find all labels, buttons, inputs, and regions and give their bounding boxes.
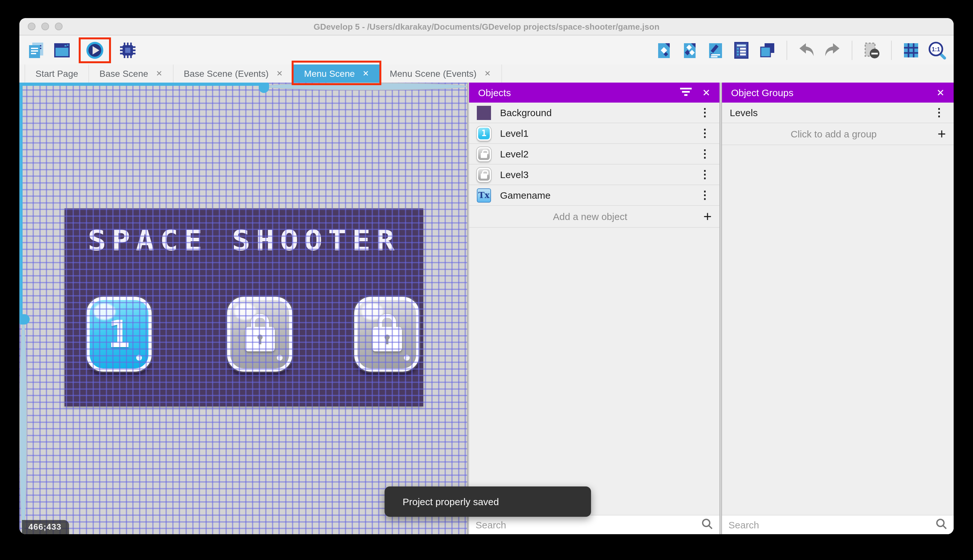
object-name: Level1 — [500, 128, 688, 139]
object-row-level3[interactable]: Level3 ⋮ — [469, 165, 720, 185]
add-object-icon[interactable] — [654, 40, 674, 60]
tab-base-scene-events[interactable]: Base Scene (Events) ✕ — [173, 65, 293, 83]
shine-dot — [136, 355, 142, 361]
close-tab-icon[interactable]: ✕ — [276, 69, 283, 78]
toolbar-separator — [786, 40, 787, 60]
tab-start-page[interactable]: Start Page — [25, 65, 89, 83]
toggle-grid-icon[interactable] — [901, 40, 921, 60]
tab-menu-scene[interactable]: Menu Scene ✕ — [294, 65, 379, 83]
undo-icon[interactable] — [796, 40, 817, 60]
layers-icon[interactable] — [757, 40, 778, 60]
toolbar-right-group: 1:1 — [654, 40, 947, 60]
objects-search-input[interactable] — [475, 519, 696, 530]
lock-icon — [372, 314, 402, 351]
shine-dot — [404, 355, 410, 361]
object-row-level2[interactable]: Level2 ⋮ — [469, 144, 720, 165]
background-object[interactable]: SPACE SHOOTER 1 — [65, 208, 423, 407]
object-groups-panel: Object Groups ✕ Levels ⋮ Click to add a … — [722, 83, 954, 534]
level1-object[interactable]: 1 — [87, 297, 152, 372]
thumbnail-digit: 1 — [478, 127, 490, 139]
toolbar-separator — [891, 40, 892, 60]
groups-panel-empty-area — [722, 145, 954, 515]
object-name: Level2 — [500, 148, 688, 159]
debug-icon[interactable] — [117, 40, 138, 60]
play-button-highlight-box — [79, 37, 111, 63]
close-tab-icon[interactable]: ✕ — [156, 69, 162, 78]
add-object-group-icon[interactable] — [680, 40, 700, 60]
clear-selection-icon[interactable] — [861, 40, 882, 60]
vertical-scroll-handle[interactable] — [19, 314, 30, 325]
toolbar-left-group — [26, 37, 138, 63]
groups-search-input[interactable] — [728, 519, 930, 530]
tab-label: Start Page — [35, 68, 78, 79]
mini-lock-icon — [481, 149, 487, 158]
objects-panel-header: Objects ✕ — [469, 83, 720, 103]
scene-title-text[interactable]: SPACE SHOOTER — [50, 224, 438, 257]
tab-menu-scene-events[interactable]: Menu Scene (Events) ✕ — [379, 65, 501, 83]
group-row-levels[interactable]: Levels ⋮ — [722, 103, 954, 123]
level2-object[interactable] — [227, 297, 292, 372]
close-tab-icon[interactable]: ✕ — [363, 69, 369, 78]
play-icon[interactable] — [85, 40, 105, 60]
add-object-row[interactable]: Add a new object + — [469, 206, 720, 228]
level3-object[interactable] — [354, 297, 420, 372]
plus-icon[interactable]: + — [703, 209, 712, 223]
main-content: SPACE SHOOTER 1 — [19, 83, 954, 534]
toolbar: 1:1 — [19, 35, 954, 65]
kebab-menu-icon[interactable]: ⋮ — [697, 107, 713, 118]
tab-label: Menu Scene — [304, 68, 355, 79]
level1-thumbnail: 1 — [477, 126, 491, 140]
object-row-background[interactable]: Background ⋮ — [469, 103, 720, 123]
background-thumbnail — [477, 105, 491, 120]
object-row-level1[interactable]: 1 Level1 ⋮ — [469, 123, 720, 144]
add-object-label: Add a new object — [477, 211, 703, 222]
tab-label: Base Scene (Events) — [183, 68, 268, 79]
group-name: Levels — [730, 107, 922, 118]
shine-dot — [277, 355, 283, 361]
project-manager-icon[interactable] — [26, 40, 47, 60]
tab-label: Menu Scene (Events) — [390, 68, 477, 79]
add-group-row[interactable]: Click to add a group + — [722, 123, 954, 145]
kebab-menu-icon[interactable]: ⋮ — [697, 128, 713, 139]
horizontal-scrollbar[interactable] — [19, 83, 467, 86]
kebab-menu-icon[interactable]: ⋮ — [697, 169, 713, 180]
mini-lock-icon — [481, 170, 487, 178]
tab-base-scene[interactable]: Base Scene ✕ — [89, 65, 173, 83]
toast-message: Project properly saved — [403, 496, 499, 507]
cursor-coordinates: 466;433 — [22, 520, 69, 534]
vertical-scrollbar[interactable] — [19, 83, 23, 534]
object-name: Background — [500, 107, 688, 118]
text-object-thumbnail: Tx — [477, 188, 491, 202]
scene-canvas[interactable]: SPACE SHOOTER 1 — [19, 83, 467, 534]
toolbar-separator — [852, 40, 852, 60]
filter-icon[interactable] — [680, 87, 692, 98]
object-row-gamename[interactable]: Tx Gamename ⋮ — [469, 185, 720, 206]
object-groups-panel-header: Object Groups ✕ — [722, 83, 954, 103]
close-tab-icon[interactable]: ✕ — [484, 69, 491, 78]
level3-thumbnail — [477, 167, 491, 182]
gdevelop-window: GDevelop 5 - /Users/dkarakay/Documents/G… — [19, 18, 954, 534]
tab-bar: Start Page Base Scene ✕ Base Scene (Even… — [19, 65, 954, 83]
plus-icon[interactable]: + — [938, 127, 946, 141]
screenshot-stage: GDevelop 5 - /Users/dkarakay/Documents/G… — [0, 0, 973, 560]
zoom-one-to-one-icon[interactable]: 1:1 — [926, 40, 947, 60]
close-panel-icon[interactable]: ✕ — [702, 87, 710, 98]
scene-window-icon[interactable] — [52, 40, 72, 60]
search-icon — [936, 518, 947, 532]
kebab-menu-icon[interactable]: ⋮ — [931, 107, 947, 118]
groups-search-bar — [722, 515, 954, 534]
level2-thumbnail — [477, 147, 491, 161]
edit-properties-icon[interactable] — [705, 40, 726, 60]
objects-panel-title: Objects — [478, 87, 670, 98]
search-icon — [701, 518, 713, 532]
objects-search-bar — [469, 515, 720, 534]
kebab-menu-icon[interactable]: ⋮ — [697, 190, 713, 201]
instances-list-icon[interactable] — [731, 40, 752, 60]
object-name: Gamename — [500, 190, 688, 201]
panel-divider[interactable] — [720, 83, 722, 534]
level-buttons-row: 1 — [65, 297, 423, 372]
redo-icon[interactable] — [822, 40, 843, 60]
close-panel-icon[interactable]: ✕ — [936, 87, 945, 98]
horizontal-scroll-handle[interactable] — [259, 83, 269, 93]
kebab-menu-icon[interactable]: ⋮ — [697, 148, 713, 159]
